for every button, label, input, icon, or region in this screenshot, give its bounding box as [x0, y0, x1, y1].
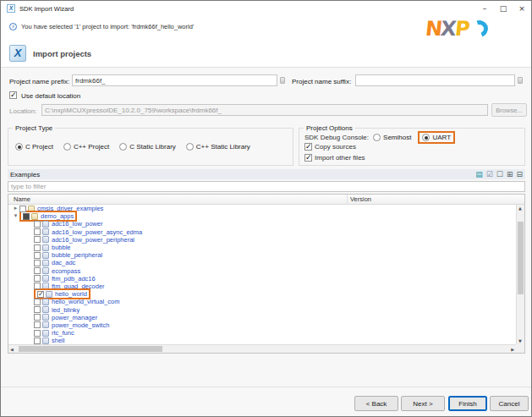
radio-semihost[interactable]: Semihost: [373, 134, 411, 141]
tree-item-checkbox[interactable]: [23, 213, 30, 220]
tree-row-dac-adc[interactable]: dac_adc: [8, 259, 516, 266]
tree-item-checkbox[interactable]: [34, 252, 41, 259]
tree-row-ftm-pdb-adc16[interactable]: ftm_pdb_adc16: [8, 275, 516, 283]
tree-row-adc16-low-power-peripheral[interactable]: adc16_low_power_peripheral: [8, 236, 516, 244]
tree-row-hello-world[interactable]: hello_world: [8, 290, 516, 298]
tree-item-checkbox[interactable]: [34, 244, 41, 251]
project-icon: [42, 321, 49, 328]
tree-row-demo-apps[interactable]: ▾demo_apps: [8, 212, 516, 220]
tree-item-label: ftm_pdb_adc16: [52, 275, 96, 283]
expand-toggle-icon[interactable]: ▸: [12, 205, 19, 212]
project-icon: [42, 228, 49, 235]
scroll-up-icon[interactable]: ▲: [518, 206, 522, 211]
location-input[interactable]: [41, 104, 488, 116]
scroll-down-icon[interactable]: ▼: [518, 338, 522, 343]
suffix-input[interactable]: [355, 74, 515, 86]
import-archive-icon[interactable]: ▤: [475, 170, 483, 178]
radio-c-project[interactable]: C++ Project: [63, 143, 109, 151]
prefix-input[interactable]: [72, 74, 277, 86]
filter-input[interactable]: [8, 181, 525, 192]
deselect-all-icon[interactable]: ☐: [496, 170, 503, 178]
radio-c-project[interactable]: C Project: [15, 143, 53, 151]
tree-item-checkbox[interactable]: [34, 221, 41, 228]
radio-icon: [119, 143, 127, 151]
tree-item-checkbox[interactable]: [19, 206, 26, 212]
tree-item-label: adc16_low_power: [52, 220, 102, 228]
project-icon: [42, 314, 49, 321]
project-icon: [42, 299, 49, 305]
sdk-import-wizard-window: SDK Import Wizard – □ × You have selecte…: [0, 0, 532, 417]
horizontal-scrollbar[interactable]: ◀ ▶: [8, 344, 516, 353]
next-button[interactable]: Next >: [401, 396, 445, 411]
tree-item-label: led_blinky: [52, 306, 80, 314]
minimize-button[interactable]: –: [475, 1, 494, 16]
tree-row-adc16-low-power[interactable]: adc16_low_power: [8, 220, 516, 228]
tree-item-checkbox[interactable]: [34, 306, 41, 313]
tree-item-checkbox[interactable]: [34, 283, 41, 289]
radio-icon: [63, 143, 71, 151]
column-header-version[interactable]: Version: [350, 195, 371, 203]
tree-item-label: adc16_low_power_peripheral: [52, 236, 134, 244]
tree-item-checkbox[interactable]: [34, 337, 41, 344]
browse-button[interactable]: Browse...: [491, 103, 527, 117]
tree-item-checkbox[interactable]: [34, 321, 41, 328]
tree-row-adc16-low-power-async-edma[interactable]: adc16_low_power_async_edma: [8, 228, 516, 236]
vertical-scrollbar-thumb[interactable]: [518, 222, 524, 294]
vertical-scrollbar[interactable]: ▲ ▼: [516, 205, 524, 344]
tree-item-checkbox[interactable]: [34, 236, 41, 243]
select-all-icon[interactable]: ☑: [486, 170, 493, 178]
project-options-checks: Copy sourcesImport other files: [304, 141, 365, 163]
tree-item-checkbox[interactable]: [34, 299, 41, 305]
tree-item-checkbox[interactable]: [34, 267, 41, 274]
examples-section-header: Examples ▤☑☐⊞⊟: [8, 169, 525, 179]
tree-item-checkbox[interactable]: [34, 228, 41, 235]
column-header-name[interactable]: Name: [14, 195, 30, 203]
cancel-button[interactable]: Cancel: [490, 396, 529, 411]
close-button[interactable]: ×: [513, 1, 531, 16]
project-icon: [46, 291, 52, 298]
scroll-right-icon[interactable]: ▶: [511, 347, 514, 352]
tree-row-power-manager[interactable]: power_manager: [8, 314, 516, 321]
examples-tree: ▸cmsis_driver_examples▾demo_appsadc16_lo…: [8, 205, 516, 344]
tree-item-checkbox[interactable]: [34, 275, 41, 282]
radio-uart[interactable]: UART: [418, 131, 455, 144]
tree-item-checkbox[interactable]: [34, 314, 41, 321]
checkbox-copy-sources[interactable]: Copy sources: [304, 141, 365, 152]
tree-row-ecompass[interactable]: ecompass: [8, 267, 516, 275]
scrollbar-corner: [516, 344, 524, 353]
examples-toolbar: ▤☑☐⊞⊟: [475, 170, 523, 178]
mcuxpresso-icon: [9, 45, 26, 62]
horizontal-scrollbar-thumb[interactable]: [19, 346, 162, 352]
tree-item-label: bubble_peripheral: [52, 251, 102, 259]
radio-label: UART: [432, 134, 451, 141]
finish-button[interactable]: Finish: [448, 396, 487, 411]
use-default-location-checkbox[interactable]: [9, 91, 17, 99]
back-button[interactable]: < Back: [354, 396, 398, 411]
tree-row-shell[interactable]: shell: [8, 337, 516, 344]
tree-item-checkbox[interactable]: [34, 330, 41, 337]
tree-row-cmsis-driver-examples[interactable]: ▸cmsis_driver_examples: [8, 205, 516, 212]
tree-row-hello-world-virtual-com[interactable]: hello_world_virtual_com: [8, 298, 516, 305]
titlebar[interactable]: SDK Import Wizard – □ ×: [1, 1, 531, 16]
project-icon: [42, 330, 49, 337]
nxp-logo-letter: X: [440, 19, 456, 39]
column-divider[interactable]: [347, 195, 348, 204]
tree-row-bubble-peripheral[interactable]: bubble_peripheral: [8, 251, 516, 259]
tree-row-bubble[interactable]: bubble: [8, 244, 516, 251]
radio-c-static-library[interactable]: C++ Static Library: [186, 143, 250, 151]
tree-row-rtc-func[interactable]: rtc_func: [8, 329, 516, 337]
radio-label: C Project: [25, 143, 53, 151]
tree-item-checkbox[interactable]: [34, 260, 41, 266]
radio-c-static-library[interactable]: C Static Library: [119, 143, 176, 151]
project-type-group: Project Type C ProjectC++ ProjectC Stati…: [8, 128, 293, 166]
collapse-toggle-icon[interactable]: ▾: [12, 212, 19, 220]
expand-all-icon[interactable]: ⊞: [507, 170, 513, 178]
tree-item-checkbox[interactable]: [37, 291, 44, 298]
checkbox-import-other-files[interactable]: Import other files: [304, 152, 365, 163]
maximize-button[interactable]: □: [494, 1, 513, 16]
tree-row-power-mode-switch[interactable]: power_mode_switch: [8, 321, 516, 329]
tree-item-label: power_mode_switch: [52, 321, 109, 329]
scroll-left-icon[interactable]: ◀: [10, 347, 14, 352]
tree-row-led-blinky[interactable]: led_blinky: [8, 305, 516, 313]
collapse-all-icon[interactable]: ⊟: [516, 170, 523, 178]
